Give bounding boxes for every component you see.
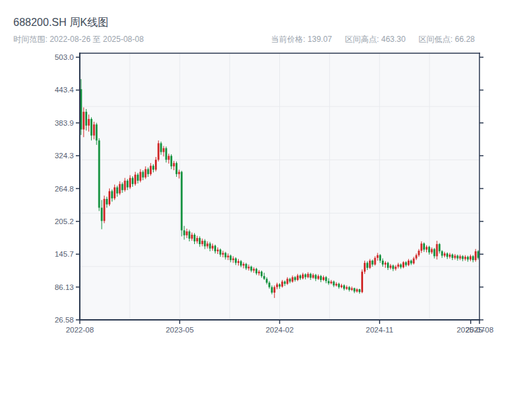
candle-body (410, 261, 412, 263)
candle-body (400, 265, 402, 267)
candle-body (240, 261, 242, 266)
candle-body (297, 275, 299, 280)
candle-body (276, 285, 278, 287)
candle-body (245, 264, 247, 269)
candle-body (232, 259, 234, 260)
candle-body (147, 169, 149, 174)
candle-body (126, 181, 128, 188)
x-tick-label: 2022-08 (66, 326, 94, 334)
candle-body (462, 256, 464, 259)
candle-body (96, 124, 98, 140)
candle-body (446, 253, 448, 257)
candle-body (222, 253, 224, 254)
candle-body (90, 119, 92, 136)
candle-body (116, 188, 118, 194)
candle-body (364, 263, 366, 271)
candle-body (163, 148, 165, 152)
candle-body (155, 160, 157, 170)
candle-body (229, 255, 231, 260)
candle-body (335, 284, 337, 285)
candle-body (114, 188, 116, 199)
candle-body (338, 284, 340, 287)
candle-body (106, 199, 108, 204)
candle-body (225, 253, 227, 257)
candle-body (152, 166, 154, 170)
candle-body (227, 255, 229, 257)
candle-body (376, 255, 378, 258)
y-tick-label: 443.4 (55, 86, 74, 94)
candle-body (248, 267, 250, 268)
candle-body (137, 175, 139, 181)
candle-body (299, 275, 301, 278)
candle-body (431, 249, 433, 253)
candle-body (271, 287, 273, 293)
candle-body (374, 258, 376, 265)
candle-body (261, 272, 263, 277)
candle-body (369, 261, 371, 268)
candle-body (328, 281, 330, 283)
candle-body (313, 275, 315, 278)
candle-body (88, 119, 90, 126)
candle-body (434, 249, 436, 257)
candle-body (263, 276, 265, 279)
candle-body (413, 259, 415, 263)
candle-body (340, 285, 342, 287)
candle-body (294, 277, 296, 280)
candle-body (266, 279, 268, 283)
candle-body (449, 255, 451, 257)
candle-body (269, 283, 271, 287)
candle-body (331, 281, 332, 283)
candle-body (119, 184, 121, 194)
candle-body (101, 207, 103, 221)
candle-body (361, 272, 363, 293)
candle-body (279, 285, 281, 287)
candle-body (134, 175, 136, 184)
candle-body (217, 249, 219, 251)
candle-body (387, 263, 389, 267)
candle-body (150, 166, 152, 174)
candle-body (165, 148, 167, 160)
candle-body (287, 279, 289, 283)
candle-body (281, 281, 283, 286)
candle-body (243, 264, 245, 265)
candle-body (384, 263, 386, 264)
candle-body (186, 231, 188, 235)
candle-body (354, 288, 356, 291)
candle-body (111, 191, 113, 198)
candle-body (428, 247, 430, 252)
candle-body (302, 275, 304, 279)
candle-body (402, 262, 404, 267)
candle-body (168, 156, 170, 160)
candle-body (444, 253, 446, 255)
y-tick-label: 503.0 (55, 53, 74, 61)
candle-body (284, 281, 286, 283)
candle-body (258, 272, 260, 273)
candle-body (320, 276, 322, 280)
candle-body (405, 262, 407, 265)
candle-body (144, 169, 146, 177)
candle-body (348, 287, 350, 290)
candle-body (315, 275, 317, 279)
candle-body (170, 156, 172, 166)
y-tick-label: 264.8 (55, 185, 74, 193)
candle-body (289, 279, 291, 281)
candle-body (307, 274, 309, 277)
candle-body (124, 181, 126, 190)
candle-body (158, 143, 160, 160)
candle-body (333, 281, 335, 285)
candle-body (255, 269, 257, 273)
candle-body (379, 255, 381, 261)
candle-body (382, 261, 384, 265)
candle-body (408, 261, 410, 265)
y-tick-label: 26.58 (55, 316, 74, 324)
candle-body (253, 269, 255, 270)
candle-body (142, 172, 144, 177)
candle-body (356, 289, 358, 291)
y-tick-label: 383.9 (55, 119, 74, 127)
candle-body (291, 277, 293, 282)
kline-page: 688200.SH 周K线图 时间范围: 2022-08-26 至 2025-0… (0, 0, 532, 399)
candle-body (305, 275, 307, 277)
candle-body (475, 251, 477, 260)
candle-body (184, 230, 186, 235)
candle-body (188, 231, 190, 239)
